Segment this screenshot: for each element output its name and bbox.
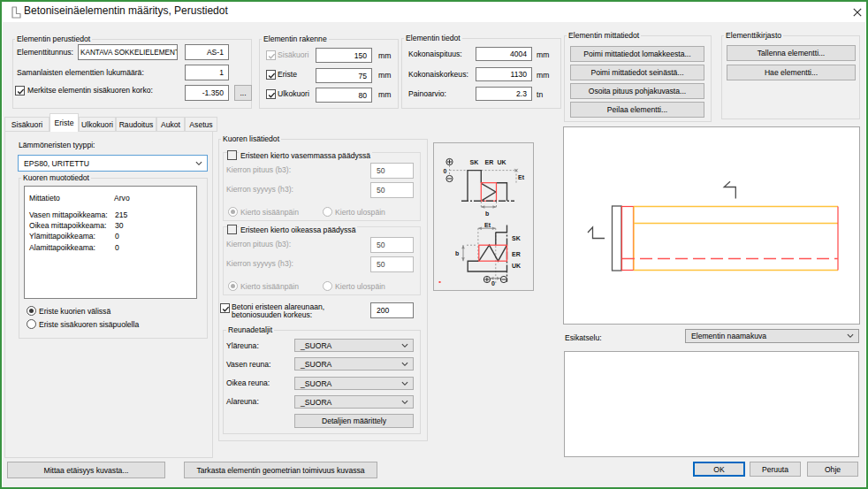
svg-text:Et: Et <box>518 174 525 180</box>
svg-text:SK: SK <box>470 159 479 165</box>
svg-text:b: b <box>455 250 459 256</box>
svg-text:b: b <box>485 210 489 217</box>
svg-text:ER: ER <box>512 251 521 257</box>
svg-text:0: 0 <box>444 168 447 174</box>
svg-text:ER: ER <box>485 159 494 165</box>
svg-text:UK: UK <box>498 159 506 165</box>
svg-text:SK: SK <box>512 235 521 241</box>
svg-text:0: 0 <box>491 280 495 287</box>
svg-text:Et: Et <box>484 222 491 228</box>
svg-text:UK: UK <box>512 263 521 269</box>
